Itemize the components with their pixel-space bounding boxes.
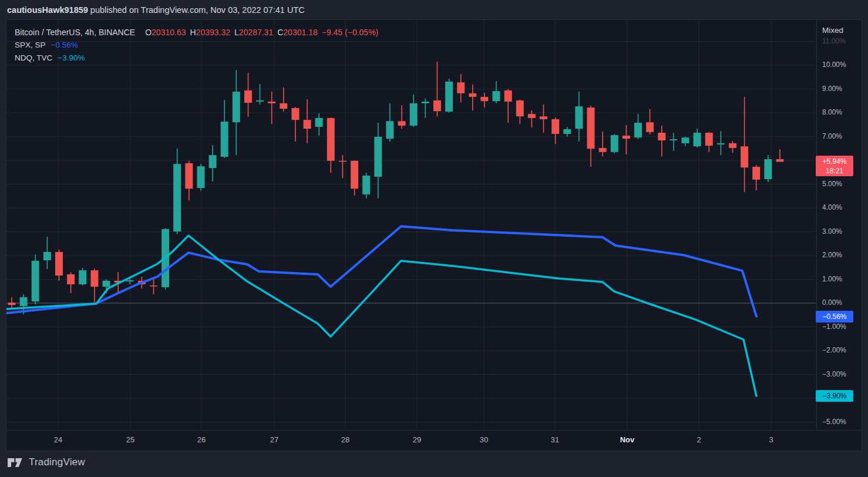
- compare-symbol-name: NDQ, TVC: [15, 53, 52, 62]
- tradingview-snapshot-page: cautiousHawk91859 published on TradingVi…: [0, 0, 868, 477]
- price-axis-tick: −5.00%: [822, 418, 846, 426]
- candlestick-series: [8, 62, 784, 314]
- time-axis[interactable]: 2425262728293031Nov23: [6, 430, 862, 451]
- tradingview-logo-link[interactable]: TradingView: [8, 456, 85, 468]
- high-value: 20393.32: [196, 28, 230, 37]
- price-axis-tick: 8.00%: [822, 108, 842, 117]
- published-text: published on TradingView.com, Nov 03, 20…: [88, 5, 305, 15]
- compare-symbol-value: −0.56%: [51, 41, 78, 49]
- price-axis-tick: 11.00%: [822, 37, 846, 46]
- tradingview-logo-icon: [8, 457, 23, 468]
- bar-countdown: 18:21: [816, 166, 853, 176]
- time-axis-label: 29: [413, 435, 421, 444]
- time-axis-label: 30: [480, 435, 488, 444]
- compare-symbol-name: SPX, SP: [15, 41, 46, 49]
- btc-last-price-label: +5.94% 18:21: [816, 156, 853, 176]
- chart-pane: Bitcoin / TetherUS, 4h, BINANCE O20310.6…: [6, 19, 862, 451]
- price-axis-tick: 9.00%: [822, 85, 842, 93]
- time-axis-label: 28: [341, 435, 349, 444]
- price-axis-tick: −3.00%: [822, 370, 846, 379]
- compare-legend-row-ndq: NDQ, TVC −3.90%: [15, 53, 378, 63]
- price-axis-tick: 5.00%: [822, 180, 842, 189]
- author-username: cautiousHawk91859: [7, 5, 88, 15]
- time-axis-label: 26: [197, 435, 206, 444]
- scale-mode-label: Mixed: [822, 26, 845, 35]
- price-chart-plot[interactable]: [6, 20, 816, 430]
- compare-legend-row-spx: SPX, SP −0.56%: [15, 41, 378, 50]
- spx-last-price-label: −0.56%: [816, 311, 853, 323]
- chart-legend: Bitcoin / TetherUS, 4h, BINANCE O20310.6…: [15, 28, 378, 66]
- time-axis-label: 27: [270, 435, 278, 444]
- symbol-change-value: −9.45 (−0.05%): [322, 28, 379, 37]
- ohlc-values: O20310.63H20393.32L20287.31C20301.18: [141, 28, 318, 37]
- price-axis-tick: 0.00%: [822, 298, 842, 307]
- symbol-title: Bitcoin / TetherUS, 4h, BINANCE: [15, 28, 135, 37]
- high-label: H: [190, 28, 196, 37]
- low-label: L: [234, 28, 239, 37]
- price-axis-tick: −1.00%: [822, 323, 846, 331]
- close-label: C: [277, 28, 283, 37]
- price-axis-tick: 7.00%: [822, 132, 842, 141]
- snapshot-header: cautiousHawk91859 published on TradingVi…: [7, 0, 305, 19]
- open-label: O: [145, 28, 152, 37]
- grid-lines: [6, 20, 816, 430]
- compare-symbol-value: −3.90%: [58, 53, 85, 62]
- time-axis-label: 2: [697, 435, 701, 444]
- price-axis-tick: 10.00%: [822, 61, 846, 69]
- snapshot-footer: TradingView: [8, 456, 85, 468]
- price-axis-tick: 2.00%: [822, 251, 842, 260]
- price-axis-tick: 4.00%: [822, 203, 842, 212]
- price-axis[interactable]: Mixed 11.00%10.00%9.00%8.00%7.00%6.00%5.…: [816, 20, 862, 431]
- low-value: 20287.31: [239, 28, 273, 37]
- time-axis-label: 3: [769, 435, 773, 444]
- tradingview-brand-text: TradingView: [29, 456, 85, 468]
- time-axis-label: Nov: [620, 435, 635, 444]
- price-axis-tick: −2.00%: [822, 346, 846, 355]
- symbol-legend-row: Bitcoin / TetherUS, 4h, BINANCE O20310.6…: [15, 28, 378, 37]
- btc-last-change: +5.94%: [816, 157, 853, 166]
- close-value: 20301.18: [283, 28, 317, 37]
- open-value: 20310.63: [152, 28, 186, 37]
- compare-line-series: [6, 226, 756, 396]
- time-axis-label: 31: [551, 435, 559, 444]
- price-axis-tick: 3.00%: [822, 227, 842, 236]
- time-axis-label: 24: [54, 435, 62, 444]
- time-axis-label: 25: [126, 435, 134, 444]
- price-axis-tick: 1.00%: [822, 275, 842, 284]
- ndq-last-price-label: −3.90%: [816, 390, 853, 402]
